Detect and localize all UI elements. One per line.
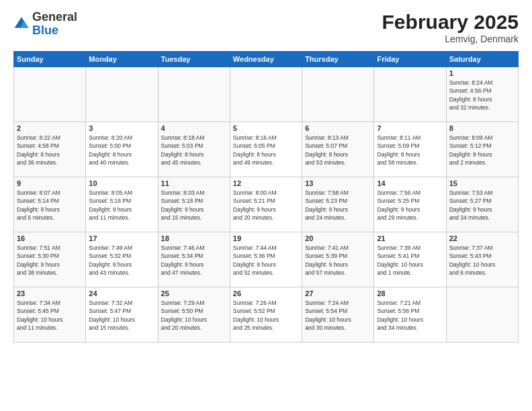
logo: General Blue — [13, 11, 77, 38]
table-row: 1Sunrise: 8:24 AM Sunset: 4:56 PM Daylig… — [446, 67, 518, 122]
day-info: Sunrise: 7:41 AM Sunset: 5:39 PM Dayligh… — [305, 244, 371, 277]
day-info: Sunrise: 8:24 AM Sunset: 4:56 PM Dayligh… — [449, 79, 515, 111]
day-number: 17 — [89, 234, 154, 242]
day-number: 6 — [305, 124, 371, 132]
table-row: 15Sunrise: 7:53 AM Sunset: 5:27 PM Dayli… — [446, 177, 518, 232]
table-row: 27Sunrise: 7:24 AM Sunset: 5:54 PM Dayli… — [302, 287, 374, 342]
day-number: 21 — [377, 234, 443, 242]
day-number: 24 — [89, 289, 154, 298]
day-info: Sunrise: 8:22 AM Sunset: 4:58 PM Dayligh… — [17, 134, 83, 167]
table-row: 5Sunrise: 8:16 AM Sunset: 5:05 PM Daylig… — [230, 122, 302, 177]
table-row: 2Sunrise: 8:22 AM Sunset: 4:58 PM Daylig… — [14, 122, 86, 177]
table-row: 3Sunrise: 8:20 AM Sunset: 5:00 PM Daylig… — [86, 122, 158, 177]
day-number: 1 — [449, 69, 515, 77]
col-saturday: Saturday — [446, 52, 518, 67]
calendar-header: Sunday Monday Tuesday Wednesday Thursday… — [14, 52, 519, 67]
title-block: February 2025 Lemvig, Denmark — [382, 11, 519, 44]
table-row: 12Sunrise: 8:00 AM Sunset: 5:21 PM Dayli… — [230, 177, 302, 232]
table-row: 26Sunrise: 7:26 AM Sunset: 5:52 PM Dayli… — [230, 287, 302, 342]
col-tuesday: Tuesday — [158, 52, 230, 67]
table-row: 10Sunrise: 8:05 AM Sunset: 5:16 PM Dayli… — [86, 177, 158, 232]
calendar-table: Sunday Monday Tuesday Wednesday Thursday… — [13, 51, 519, 342]
day-info: Sunrise: 7:32 AM Sunset: 5:47 PM Dayligh… — [89, 299, 154, 332]
day-info: Sunrise: 8:11 AM Sunset: 5:09 PM Dayligh… — [377, 134, 443, 167]
day-number: 5 — [233, 124, 299, 132]
table-row: 20Sunrise: 7:41 AM Sunset: 5:39 PM Dayli… — [302, 232, 374, 287]
col-thursday: Thursday — [302, 52, 374, 67]
table-row: 7Sunrise: 8:11 AM Sunset: 5:09 PM Daylig… — [374, 122, 446, 177]
table-row: 22Sunrise: 7:37 AM Sunset: 5:43 PM Dayli… — [446, 232, 518, 287]
day-number: 2 — [17, 124, 83, 132]
day-info: Sunrise: 7:24 AM Sunset: 5:54 PM Dayligh… — [305, 299, 371, 332]
table-row — [158, 67, 230, 122]
day-number: 8 — [449, 124, 515, 132]
day-number: 20 — [305, 234, 371, 242]
day-info: Sunrise: 7:34 AM Sunset: 5:45 PM Dayligh… — [17, 299, 83, 332]
day-info: Sunrise: 8:00 AM Sunset: 5:21 PM Dayligh… — [233, 189, 299, 222]
day-info: Sunrise: 7:49 AM Sunset: 5:32 PM Dayligh… — [89, 244, 154, 277]
day-number: 14 — [377, 179, 443, 187]
table-row: 24Sunrise: 7:32 AM Sunset: 5:47 PM Dayli… — [86, 287, 158, 342]
table-row: 6Sunrise: 8:13 AM Sunset: 5:07 PM Daylig… — [302, 122, 374, 177]
day-number: 15 — [449, 179, 515, 187]
table-row — [14, 67, 86, 122]
col-friday: Friday — [374, 52, 446, 67]
table-row: 19Sunrise: 7:44 AM Sunset: 5:36 PM Dayli… — [230, 232, 302, 287]
table-row — [86, 67, 158, 122]
logo-general-text: General — [32, 11, 77, 24]
day-number: 10 — [89, 179, 154, 187]
table-row — [374, 67, 446, 122]
day-info: Sunrise: 7:21 AM Sunset: 5:56 PM Dayligh… — [377, 299, 443, 332]
table-row: 13Sunrise: 7:58 AM Sunset: 5:23 PM Dayli… — [302, 177, 374, 232]
table-row: 4Sunrise: 8:18 AM Sunset: 5:03 PM Daylig… — [158, 122, 230, 177]
table-row: 25Sunrise: 7:29 AM Sunset: 5:50 PM Dayli… — [158, 287, 230, 342]
table-row: 14Sunrise: 7:56 AM Sunset: 5:25 PM Dayli… — [374, 177, 446, 232]
day-number: 9 — [17, 179, 83, 187]
day-number: 26 — [233, 289, 299, 298]
table-row — [302, 67, 374, 122]
day-info: Sunrise: 7:51 AM Sunset: 5:30 PM Dayligh… — [17, 244, 83, 277]
table-row: 28Sunrise: 7:21 AM Sunset: 5:56 PM Dayli… — [374, 287, 446, 342]
logo-blue-text: Blue — [32, 24, 77, 38]
day-number: 28 — [377, 289, 443, 298]
day-info: Sunrise: 8:13 AM Sunset: 5:07 PM Dayligh… — [305, 134, 371, 167]
day-number: 16 — [17, 234, 83, 242]
table-row — [230, 67, 302, 122]
day-info: Sunrise: 8:20 AM Sunset: 5:00 PM Dayligh… — [89, 134, 154, 167]
day-number: 11 — [161, 179, 227, 187]
day-info: Sunrise: 8:07 AM Sunset: 5:14 PM Dayligh… — [17, 189, 83, 222]
table-row: 16Sunrise: 7:51 AM Sunset: 5:30 PM Dayli… — [14, 232, 86, 287]
calendar-subtitle: Lemvig, Denmark — [382, 34, 519, 44]
day-info: Sunrise: 7:46 AM Sunset: 5:34 PM Dayligh… — [161, 244, 227, 277]
calendar-body: 1Sunrise: 8:24 AM Sunset: 4:56 PM Daylig… — [14, 67, 519, 342]
day-number: 19 — [233, 234, 299, 242]
table-row — [446, 287, 518, 342]
day-info: Sunrise: 8:05 AM Sunset: 5:16 PM Dayligh… — [89, 189, 154, 222]
header: General Blue February 2025 Lemvig, Denma… — [13, 11, 519, 44]
day-info: Sunrise: 7:56 AM Sunset: 5:25 PM Dayligh… — [377, 189, 443, 222]
day-info: Sunrise: 7:53 AM Sunset: 5:27 PM Dayligh… — [449, 189, 515, 222]
day-info: Sunrise: 7:58 AM Sunset: 5:23 PM Dayligh… — [305, 189, 371, 222]
day-info: Sunrise: 8:03 AM Sunset: 5:18 PM Dayligh… — [161, 189, 227, 222]
day-number: 7 — [377, 124, 443, 132]
day-number: 22 — [449, 234, 515, 242]
day-number: 18 — [161, 234, 227, 242]
day-number: 27 — [305, 289, 371, 298]
calendar-title: February 2025 — [382, 11, 519, 34]
day-info: Sunrise: 7:44 AM Sunset: 5:36 PM Dayligh… — [233, 244, 299, 277]
table-row: 21Sunrise: 7:39 AM Sunset: 5:41 PM Dayli… — [374, 232, 446, 287]
table-row: 17Sunrise: 7:49 AM Sunset: 5:32 PM Dayli… — [86, 232, 158, 287]
table-row: 23Sunrise: 7:34 AM Sunset: 5:45 PM Dayli… — [14, 287, 86, 342]
day-info: Sunrise: 8:09 AM Sunset: 5:12 PM Dayligh… — [449, 134, 515, 167]
day-number: 13 — [305, 179, 371, 187]
day-info: Sunrise: 8:18 AM Sunset: 5:03 PM Dayligh… — [161, 134, 227, 167]
day-number: 23 — [17, 289, 83, 298]
day-number: 3 — [89, 124, 154, 132]
day-info: Sunrise: 8:16 AM Sunset: 5:05 PM Dayligh… — [233, 134, 299, 167]
col-monday: Monday — [86, 52, 158, 67]
logo-icon — [13, 16, 30, 32]
col-sunday: Sunday — [14, 52, 86, 67]
table-row: 8Sunrise: 8:09 AM Sunset: 5:12 PM Daylig… — [446, 122, 518, 177]
col-wednesday: Wednesday — [230, 52, 302, 67]
day-number: 12 — [233, 179, 299, 187]
